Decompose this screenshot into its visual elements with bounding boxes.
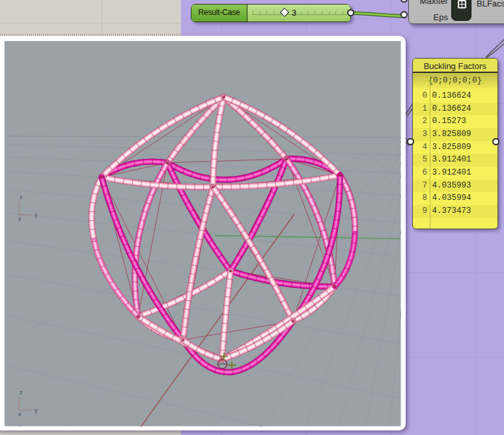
svg-text:z: z xyxy=(20,389,23,396)
svg-text:x: x xyxy=(18,411,21,417)
svg-text:y: y xyxy=(35,407,38,414)
svg-text:y: y xyxy=(35,212,38,218)
svg-text:z: z xyxy=(20,194,23,201)
svg-text:x: x xyxy=(18,216,21,222)
